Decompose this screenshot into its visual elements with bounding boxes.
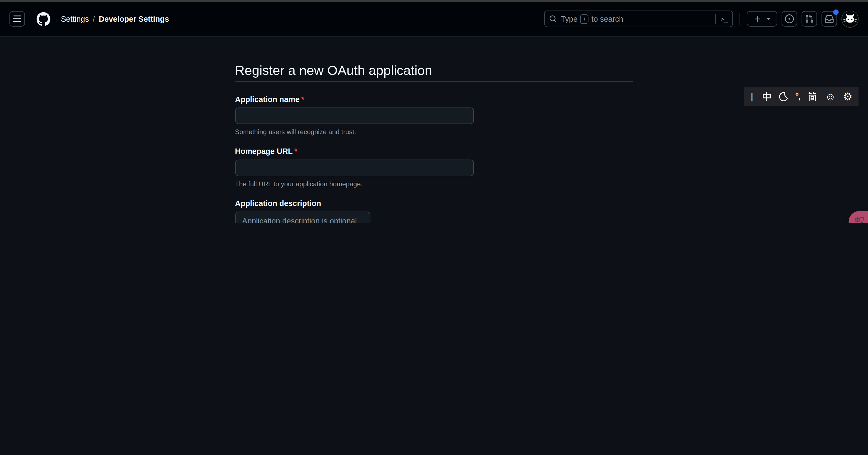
- cat-avatar-icon: [842, 11, 858, 27]
- required-asterisk: *: [294, 147, 297, 156]
- ime-drag-handle[interactable]: ∥: [750, 92, 754, 101]
- avatar[interactable]: [841, 10, 859, 27]
- application-description-label: Application description: [235, 198, 633, 208]
- breadcrumb-settings[interactable]: Settings: [61, 15, 89, 23]
- git-pull-request-icon: [805, 15, 814, 23]
- breadcrumb-separator: /: [93, 15, 95, 23]
- search-icon: [549, 15, 557, 23]
- application-name-group: Application name* Something users will r…: [235, 94, 633, 136]
- command-palette-icon[interactable]: >_: [721, 15, 728, 23]
- search-divider: [715, 14, 716, 24]
- application-description-group: Application description This is displaye…: [235, 198, 633, 223]
- issues-button[interactable]: [782, 11, 797, 27]
- required-asterisk: *: [301, 95, 304, 104]
- pull-requests-button[interactable]: [802, 11, 817, 27]
- application-description-textarea[interactable]: [235, 212, 370, 223]
- unread-notification-dot: [833, 9, 838, 15]
- application-name-input[interactable]: [235, 108, 474, 124]
- homepage-url-label: Homepage URL*: [235, 146, 633, 157]
- application-name-label: Application name*: [235, 94, 633, 104]
- main-content: Register a new OAuth application Applica…: [235, 62, 633, 223]
- hamburger-menu-button[interactable]: [9, 11, 25, 27]
- translate-icon: [854, 216, 865, 223]
- create-new-button[interactable]: [747, 11, 777, 27]
- inbox-icon: [825, 15, 834, 23]
- caret-down-icon: [766, 18, 770, 20]
- slash-key-hint: /: [581, 14, 589, 24]
- github-mark-icon: [37, 12, 51, 26]
- global-header: Settings / Developer Settings Type / to …: [0, 2, 868, 37]
- header-divider: [740, 13, 740, 25]
- ime-simplified-chinese-icon[interactable]: [807, 91, 818, 102]
- page-title: Register a new OAuth application: [235, 62, 633, 79]
- homepage-url-input[interactable]: [235, 160, 474, 176]
- global-search-input[interactable]: Type / to search >_: [544, 10, 733, 27]
- plus-icon: [753, 15, 762, 23]
- github-logo[interactable]: [37, 12, 51, 26]
- homepage-url-group: Homepage URL* The full URL to your appli…: [235, 146, 633, 188]
- breadcrumb: Settings / Developer Settings: [61, 15, 169, 23]
- ime-half-full-width-moon-icon[interactable]: [778, 92, 788, 101]
- breadcrumb-developer-settings: Developer Settings: [99, 15, 169, 23]
- ime-toolbar[interactable]: ∥ °, ☺ ⚙: [744, 87, 859, 106]
- ime-punctuation-icon[interactable]: °,: [795, 92, 800, 101]
- github-oauth-register-page: Settings / Developer Settings Type / to …: [0, 0, 868, 223]
- ime-settings-gear-icon[interactable]: ⚙: [843, 91, 852, 102]
- ime-emoji-icon[interactable]: ☺: [825, 91, 836, 102]
- three-bars-icon: [13, 15, 22, 23]
- application-name-help: Something users will recognize and trust…: [235, 128, 633, 136]
- issue-opened-icon: [785, 15, 794, 23]
- translate-pill-button[interactable]: [849, 211, 868, 223]
- search-placeholder: Type / to search: [561, 14, 623, 24]
- ime-chinese-mode-icon[interactable]: [762, 91, 771, 102]
- homepage-url-help: The full URL to your application homepag…: [235, 180, 633, 188]
